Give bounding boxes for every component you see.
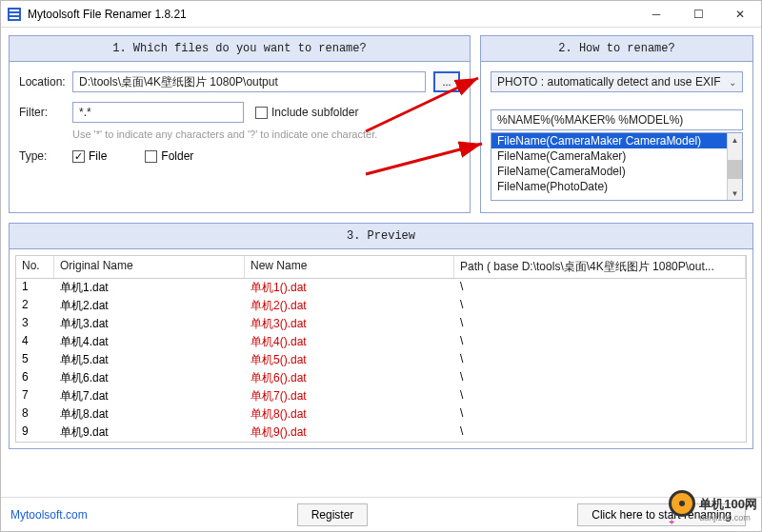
template-input[interactable] [491,109,743,130]
cell-path: \ [454,315,746,333]
close-button[interactable]: ✕ [719,1,761,28]
list-item[interactable]: FileName(CameraMaker CameraModel) [491,133,742,148]
scroll-down-icon[interactable]: ▼ [728,187,742,200]
cell-no: 5 [16,351,54,369]
cell-new: 单机1().dat [245,279,454,297]
table-row[interactable]: 9单机9.dat单机9().dat\ [16,424,746,442]
maximize-button[interactable]: ☐ [677,1,719,28]
cell-no: 3 [16,315,54,333]
watermark-logo-icon [669,490,695,517]
col-no[interactable]: No. [16,256,54,278]
folder-checkbox-label: Folder [161,149,193,163]
cell-path: \ [454,333,746,351]
cell-path: \ [454,297,746,315]
top-row: 1. Which files do you want to rename? Lo… [9,35,753,213]
table-body: 1单机1.dat单机1().dat\2单机2.dat单机2().dat\3单机3… [16,279,746,442]
table-row[interactable]: 4单机4.dat单机4().dat\ [16,333,746,351]
cell-new: 单机8().dat [245,405,454,424]
cell-original: 单机6.dat [54,369,245,387]
table-row[interactable]: 5单机5.dat单机5().dat\ [16,351,746,369]
file-checkbox-label: File [89,149,107,163]
plus-icon: + [669,517,695,527]
cell-new: 单机3().dat [245,315,454,333]
window-controls: ─ ☐ ✕ [635,1,761,28]
panel-preview-header: 3. Preview [10,224,752,249]
cell-original: 单机3.dat [54,315,245,333]
footer: Mytoolsoft.com Register Click here to st… [1,497,761,531]
table-row[interactable]: 3单机3.dat单机3().dat\ [16,315,746,333]
location-input[interactable] [72,71,426,92]
svg-rect-3 [10,17,19,19]
file-checkbox[interactable]: File [72,149,107,163]
minimize-button[interactable]: ─ [635,1,677,28]
col-original[interactable]: Original Name [54,256,245,278]
cell-no: 9 [16,424,54,442]
cell-original: 单机5.dat [54,351,245,369]
table-row[interactable]: 2单机2.dat单机2().dat\ [16,297,746,315]
cell-original: 单机9.dat [54,424,245,442]
cell-path: \ [454,351,746,369]
scroll-thumb[interactable] [728,160,742,179]
cell-path: \ [454,279,746,297]
filter-help-text: Use '*' to indicate any characters and '… [72,128,460,140]
cell-new: 单机5().dat [245,351,454,369]
cell-new: 单机4().dat [245,333,454,351]
cell-path: \ [454,387,746,405]
window-title: Mytoolsoft File Renamer 1.8.21 [28,8,635,21]
filter-label: Filter: [19,106,72,119]
chevron-down-icon: ⌄ [729,77,736,88]
cell-original: 单机2.dat [54,297,245,315]
col-new[interactable]: New Name [245,256,454,278]
panel-files-header: 1. Which files do you want to rename? [10,36,470,62]
cell-new: 单机7().dat [245,387,454,405]
cell-new: 单机6().dat [245,369,454,387]
scroll-up-icon[interactable]: ▲ [728,133,742,147]
location-label: Location: [19,75,72,89]
list-item[interactable]: FileName(CameraMaker) [491,148,742,164]
cell-no: 1 [16,279,54,297]
folder-checkbox[interactable]: Folder [145,149,193,163]
list-item[interactable]: FileName(CameraModel) [491,164,742,179]
rename-mode-select[interactable]: PHOTO : automatically detect and use EXI… [491,71,743,92]
panel-rename: 2. How to rename? PHOTO : automatically … [480,35,753,213]
watermark-text: 单机100网 [699,496,757,513]
cell-original: 单机4.dat [54,333,245,351]
app-icon [7,7,22,22]
website-link[interactable]: Mytoolsoft.com [10,508,88,522]
panel-preview: 3. Preview No. Original Name New Name Pa… [9,223,753,449]
svg-rect-2 [10,13,19,15]
app-window: Mytoolsoft File Renamer 1.8.21 ─ ☐ ✕ 1. … [0,0,762,532]
cell-path: \ [454,424,746,442]
list-item[interactable]: FileName(PhotoDate) [491,179,742,194]
include-subfolder-checkbox[interactable]: Include subfolder [255,106,358,119]
table-row[interactable]: 8单机8.dat单机8().dat\ [16,405,746,424]
type-label: Type: [19,149,72,163]
listbox-scrollbar[interactable]: ▲ ▼ [727,133,742,200]
include-subfolder-label: Include subfolder [271,106,358,119]
panel-files: 1. Which files do you want to rename? Lo… [9,35,471,213]
col-path[interactable]: Path ( base D:\tools\桌面\4K壁纸图片 1080P\out… [454,256,746,278]
titlebar: Mytoolsoft File Renamer 1.8.21 ─ ☐ ✕ [1,1,761,28]
cell-new: 单机2().dat [245,297,454,315]
cell-no: 7 [16,387,54,405]
cell-original: 单机7.dat [54,387,245,405]
template-options-listbox[interactable]: FileName(CameraMaker CameraModel) FileNa… [491,132,743,201]
cell-no: 8 [16,405,54,424]
cell-path: \ [454,405,746,424]
table-header: No. Original Name New Name Path ( base D… [16,256,746,279]
browse-button[interactable]: ... [433,71,460,92]
rename-mode-value: PHOTO : automatically detect and use EXI… [497,75,721,89]
cell-original: 单机1.dat [54,279,245,297]
cell-path: \ [454,369,746,387]
panel-rename-header: 2. How to rename? [481,36,752,62]
cell-original: 单机8.dat [54,405,245,424]
watermark: + 单机100网 danji100.com [669,490,757,527]
cell-no: 4 [16,333,54,351]
svg-rect-1 [10,10,19,11]
watermark-url: danji100.com [699,513,757,522]
table-row[interactable]: 7单机7.dat单机7().dat\ [16,387,746,405]
register-button[interactable]: Register [297,503,369,526]
filter-input[interactable] [72,102,244,123]
table-row[interactable]: 1单机1.dat单机1().dat\ [16,279,746,297]
table-row[interactable]: 6单机6.dat单机6().dat\ [16,369,746,387]
